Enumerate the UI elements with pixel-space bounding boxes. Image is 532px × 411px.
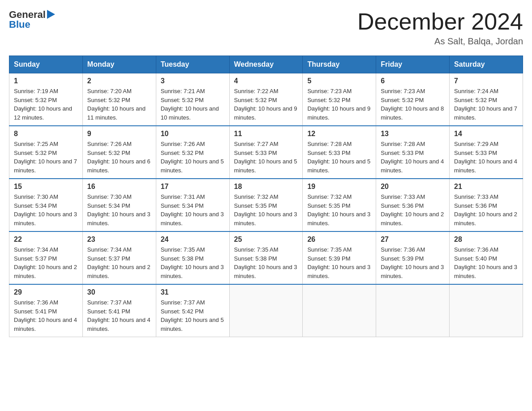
day-number: 26 <box>307 235 371 244</box>
calendar-cell: 31Sunrise: 7:37 AMSunset: 5:42 PMDayligh… <box>156 284 229 337</box>
day-info: Sunrise: 7:19 AMSunset: 5:32 PMDaylight:… <box>14 87 78 122</box>
day-info: Sunrise: 7:26 AMSunset: 5:32 PMDaylight:… <box>87 140 151 175</box>
calendar-cell: 15Sunrise: 7:30 AMSunset: 5:34 PMDayligh… <box>9 179 83 231</box>
header-saturday: Saturday <box>450 56 523 73</box>
calendar-cell: 19Sunrise: 7:32 AMSunset: 5:35 PMDayligh… <box>303 179 376 231</box>
calendar-week-3: 15Sunrise: 7:30 AMSunset: 5:34 PMDayligh… <box>9 179 523 231</box>
day-info: Sunrise: 7:26 AMSunset: 5:32 PMDaylight:… <box>161 140 225 175</box>
page-header: General Blue December 2024 As Salt, Balq… <box>9 9 523 47</box>
day-number: 29 <box>14 288 78 296</box>
day-info: Sunrise: 7:23 AMSunset: 5:32 PMDaylight:… <box>381 87 445 122</box>
day-info: Sunrise: 7:24 AMSunset: 5:32 PMDaylight:… <box>454 87 518 122</box>
calendar-cell: 3Sunrise: 7:21 AMSunset: 5:32 PMDaylight… <box>156 73 229 126</box>
day-info: Sunrise: 7:33 AMSunset: 5:36 PMDaylight:… <box>381 193 445 227</box>
day-number: 30 <box>87 288 151 296</box>
calendar-cell <box>376 284 450 337</box>
day-number: 11 <box>234 130 298 138</box>
day-info: Sunrise: 7:21 AMSunset: 5:32 PMDaylight:… <box>161 87 225 122</box>
calendar-cell: 13Sunrise: 7:28 AMSunset: 5:33 PMDayligh… <box>376 126 450 179</box>
calendar-cell: 11Sunrise: 7:27 AMSunset: 5:33 PMDayligh… <box>229 126 303 179</box>
logo-arrow-icon <box>47 10 55 19</box>
day-info: Sunrise: 7:25 AMSunset: 5:32 PMDaylight:… <box>14 140 78 175</box>
day-info: Sunrise: 7:37 AMSunset: 5:42 PMDaylight:… <box>161 298 225 333</box>
day-info: Sunrise: 7:31 AMSunset: 5:34 PMDaylight:… <box>161 193 225 227</box>
day-number: 9 <box>87 130 151 138</box>
calendar-week-1: 1Sunrise: 7:19 AMSunset: 5:32 PMDaylight… <box>9 73 523 126</box>
day-number: 19 <box>307 183 371 191</box>
calendar-table: SundayMondayTuesdayWednesdayThursdayFrid… <box>9 56 523 337</box>
month-title: December 2024 <box>357 9 523 34</box>
day-number: 23 <box>87 235 151 244</box>
calendar-cell: 8Sunrise: 7:25 AMSunset: 5:32 PMDaylight… <box>9 126 83 179</box>
calendar-cell: 26Sunrise: 7:35 AMSunset: 5:39 PMDayligh… <box>303 231 376 284</box>
calendar-cell: 20Sunrise: 7:33 AMSunset: 5:36 PMDayligh… <box>376 179 450 231</box>
header-tuesday: Tuesday <box>156 56 229 73</box>
day-number: 7 <box>454 77 518 85</box>
day-info: Sunrise: 7:32 AMSunset: 5:35 PMDaylight:… <box>307 193 371 227</box>
day-number: 1 <box>14 77 78 85</box>
day-number: 27 <box>381 235 445 244</box>
day-number: 28 <box>454 235 518 244</box>
day-number: 6 <box>381 77 445 85</box>
calendar-cell: 25Sunrise: 7:35 AMSunset: 5:38 PMDayligh… <box>229 231 303 284</box>
day-info: Sunrise: 7:36 AMSunset: 5:41 PMDaylight:… <box>14 298 78 333</box>
calendar-cell <box>303 284 376 337</box>
day-info: Sunrise: 7:35 AMSunset: 5:38 PMDaylight:… <box>161 245 225 280</box>
calendar-cell: 17Sunrise: 7:31 AMSunset: 5:34 PMDayligh… <box>156 179 229 231</box>
svg-marker-0 <box>47 10 55 19</box>
day-number: 3 <box>161 77 225 85</box>
day-number: 24 <box>161 235 225 244</box>
day-info: Sunrise: 7:35 AMSunset: 5:38 PMDaylight:… <box>234 245 298 280</box>
calendar-cell: 18Sunrise: 7:32 AMSunset: 5:35 PMDayligh… <box>229 179 303 231</box>
day-info: Sunrise: 7:30 AMSunset: 5:34 PMDaylight:… <box>14 193 78 227</box>
calendar-cell: 6Sunrise: 7:23 AMSunset: 5:32 PMDaylight… <box>376 73 450 126</box>
day-info: Sunrise: 7:29 AMSunset: 5:33 PMDaylight:… <box>454 140 518 175</box>
day-number: 13 <box>381 130 445 138</box>
calendar-cell: 1Sunrise: 7:19 AMSunset: 5:32 PMDaylight… <box>9 73 83 126</box>
day-number: 22 <box>14 235 78 244</box>
calendar-cell: 5Sunrise: 7:23 AMSunset: 5:32 PMDaylight… <box>303 73 376 126</box>
day-number: 20 <box>381 183 445 191</box>
day-info: Sunrise: 7:20 AMSunset: 5:32 PMDaylight:… <box>87 87 151 122</box>
day-info: Sunrise: 7:36 AMSunset: 5:40 PMDaylight:… <box>454 245 518 280</box>
calendar-week-5: 29Sunrise: 7:36 AMSunset: 5:41 PMDayligh… <box>9 284 523 337</box>
day-info: Sunrise: 7:28 AMSunset: 5:33 PMDaylight:… <box>307 140 371 175</box>
calendar-cell: 14Sunrise: 7:29 AMSunset: 5:33 PMDayligh… <box>450 126 523 179</box>
calendar-cell: 27Sunrise: 7:36 AMSunset: 5:39 PMDayligh… <box>376 231 450 284</box>
day-info: Sunrise: 7:34 AMSunset: 5:37 PMDaylight:… <box>87 245 151 280</box>
day-info: Sunrise: 7:34 AMSunset: 5:37 PMDaylight:… <box>14 245 78 280</box>
day-number: 15 <box>14 183 78 191</box>
day-info: Sunrise: 7:33 AMSunset: 5:36 PMDaylight:… <box>454 193 518 227</box>
header-sunday: Sunday <box>9 56 83 73</box>
day-info: Sunrise: 7:32 AMSunset: 5:35 PMDaylight:… <box>234 193 298 227</box>
calendar-cell: 4Sunrise: 7:22 AMSunset: 5:32 PMDaylight… <box>229 73 303 126</box>
day-info: Sunrise: 7:37 AMSunset: 5:41 PMDaylight:… <box>87 298 151 333</box>
day-info: Sunrise: 7:35 AMSunset: 5:39 PMDaylight:… <box>307 245 371 280</box>
day-number: 16 <box>87 183 151 191</box>
day-number: 31 <box>161 288 225 296</box>
day-number: 4 <box>234 77 298 85</box>
calendar-week-4: 22Sunrise: 7:34 AMSunset: 5:37 PMDayligh… <box>9 231 523 284</box>
calendar-cell: 28Sunrise: 7:36 AMSunset: 5:40 PMDayligh… <box>450 231 523 284</box>
logo-blue-text: Blue <box>9 19 30 30</box>
day-info: Sunrise: 7:27 AMSunset: 5:33 PMDaylight:… <box>234 140 298 175</box>
calendar-cell: 22Sunrise: 7:34 AMSunset: 5:37 PMDayligh… <box>9 231 83 284</box>
calendar-cell: 7Sunrise: 7:24 AMSunset: 5:32 PMDaylight… <box>450 73 523 126</box>
calendar-cell: 30Sunrise: 7:37 AMSunset: 5:41 PMDayligh… <box>82 284 156 337</box>
calendar-header-row: SundayMondayTuesdayWednesdayThursdayFrid… <box>9 56 523 73</box>
header-friday: Friday <box>376 56 450 73</box>
calendar-cell: 24Sunrise: 7:35 AMSunset: 5:38 PMDayligh… <box>156 231 229 284</box>
calendar-cell: 23Sunrise: 7:34 AMSunset: 5:37 PMDayligh… <box>82 231 156 284</box>
calendar-cell: 29Sunrise: 7:36 AMSunset: 5:41 PMDayligh… <box>9 284 83 337</box>
day-number: 21 <box>454 183 518 191</box>
day-info: Sunrise: 7:28 AMSunset: 5:33 PMDaylight:… <box>381 140 445 175</box>
day-number: 18 <box>234 183 298 191</box>
day-number: 5 <box>307 77 371 85</box>
location: As Salt, Balqa, Jordan <box>357 36 523 47</box>
header-wednesday: Wednesday <box>229 56 303 73</box>
day-number: 25 <box>234 235 298 244</box>
calendar-cell: 2Sunrise: 7:20 AMSunset: 5:32 PMDaylight… <box>82 73 156 126</box>
header-thursday: Thursday <box>303 56 376 73</box>
calendar-week-2: 8Sunrise: 7:25 AMSunset: 5:32 PMDaylight… <box>9 126 523 179</box>
calendar-cell <box>229 284 303 337</box>
